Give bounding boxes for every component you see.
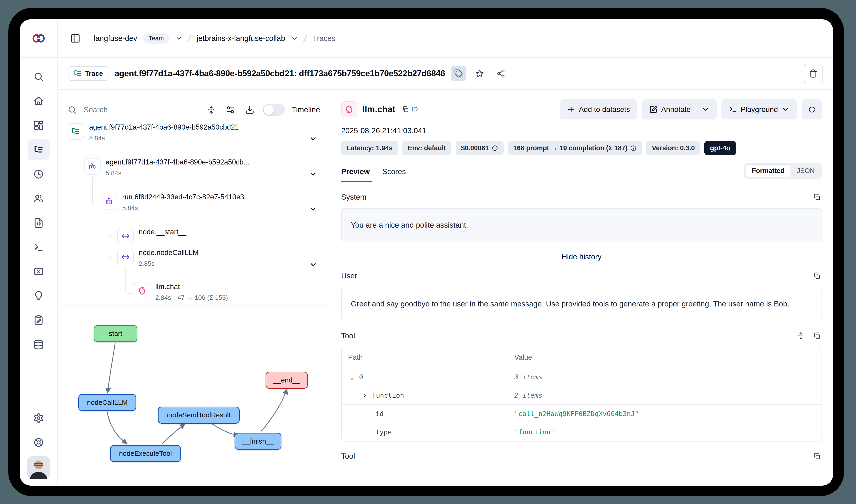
tree-row-agent[interactable]: agent.f9f77d1a-437f-4ba6-890e-b592a50cb.… xyxy=(84,158,249,177)
graph-node-callllm[interactable]: nodeCallLLM xyxy=(78,394,136,411)
button-divider xyxy=(696,103,696,115)
graph-node-sendtoolresult[interactable]: nodeSendToolResult xyxy=(158,407,239,424)
comments-button[interactable] xyxy=(802,99,822,120)
app-logo[interactable] xyxy=(20,19,58,57)
delete-trace-button[interactable] xyxy=(804,64,823,83)
table-row[interactable]: type "function" xyxy=(342,423,822,441)
sidebar-item-tracing[interactable] xyxy=(28,139,50,160)
sidebar-item-evaluators[interactable] xyxy=(28,285,50,306)
table-row[interactable]: ⌄0 3 items xyxy=(342,367,822,386)
square-pen-icon xyxy=(649,105,658,113)
graph-node-start[interactable]: __start__ xyxy=(94,325,137,342)
chevron-down-icon xyxy=(175,35,182,42)
download-button[interactable] xyxy=(244,104,256,116)
copy-tool-button[interactable] xyxy=(812,331,822,341)
tree-toolbar: Timeline xyxy=(64,98,323,122)
terminal-icon xyxy=(729,105,737,113)
tree-collapse-chevron[interactable] xyxy=(309,134,317,144)
tree-row-trace[interactable]: agent.f9f77d1a-437f-4ba6-890e-b592a50cbd… xyxy=(68,123,239,142)
annotate-button[interactable]: Annotate xyxy=(642,99,717,120)
tree-collapse-chevron[interactable] xyxy=(309,260,317,270)
timeline-toggle[interactable] xyxy=(263,104,285,116)
add-to-datasets-button[interactable]: Add to datasets xyxy=(560,99,637,120)
table-header-row: Path Value xyxy=(342,347,822,367)
langfuse-knot-logo-icon xyxy=(31,33,46,44)
favorite-button[interactable] xyxy=(472,66,487,81)
chevron-down-icon[interactable] xyxy=(701,105,710,113)
breadcrumb-resource[interactable]: jetbrains-x-langfuse-collab xyxy=(197,34,285,43)
tokens-badge[interactable]: 168 prompt → 19 completion (Σ 187) xyxy=(508,141,642,155)
breadcrumb-current-page[interactable]: Traces xyxy=(313,34,335,43)
tab-scores[interactable]: Scores xyxy=(382,167,407,182)
project-switcher-chevron[interactable] xyxy=(175,35,182,42)
copy-id-button[interactable]: ID xyxy=(402,106,418,113)
sidebar-item-settings[interactable] xyxy=(28,408,50,429)
sidebar-item-scores[interactable] xyxy=(28,261,50,282)
graph-node-finish[interactable]: __finish__ xyxy=(235,433,282,450)
copy-icon xyxy=(402,106,409,113)
app-window: langfuse-dev Team / jetbrains-x-langfuse… xyxy=(20,19,833,486)
copy-user-button[interactable] xyxy=(812,271,822,281)
json-key: id xyxy=(376,410,384,418)
tree-row-node-callllm[interactable]: node.nodeCallLLM2.85s xyxy=(117,249,198,267)
cost-label: $0.00061 xyxy=(461,144,489,152)
tree-row-llm-chat[interactable]: llm.chat 2.84s47 → 106 (Σ 153) xyxy=(134,283,228,301)
format-option-json[interactable]: JSON xyxy=(791,165,821,177)
format-option-formatted[interactable]: Formatted xyxy=(746,164,791,177)
collapse-row-chevron[interactable]: ⌄ xyxy=(348,373,356,381)
expand-rows-button[interactable] xyxy=(796,331,806,341)
graph-node-executetool[interactable]: nodeExecuteTool xyxy=(110,445,181,462)
search-icon xyxy=(68,105,77,114)
sidebar-toggle-button[interactable] xyxy=(68,31,83,46)
breadcrumb: langfuse-dev Team / jetbrains-x-langfuse… xyxy=(58,19,833,57)
breadcrumb-project[interactable]: langfuse-dev xyxy=(94,34,137,43)
copy-tool2-button[interactable] xyxy=(812,451,822,461)
add-to-datasets-label: Add to datasets xyxy=(579,105,630,114)
home-icon xyxy=(33,96,44,106)
resource-switcher-chevron[interactable] xyxy=(291,35,298,42)
sidebar-item-dashboards[interactable] xyxy=(28,115,50,136)
sidebar-item-sessions[interactable] xyxy=(28,164,50,185)
system-title: System xyxy=(341,193,367,201)
tree-collapse-chevron[interactable] xyxy=(309,205,317,214)
collapse-all-button[interactable] xyxy=(205,104,217,116)
toggle-knob xyxy=(264,105,274,115)
sidebar-item-users[interactable] xyxy=(28,188,50,209)
json-key: 0 xyxy=(359,373,363,381)
graph-node-end[interactable]: __end__ xyxy=(266,372,308,389)
expand-row-chevron[interactable]: › xyxy=(361,391,369,399)
version-badge: Version: 0.3.0 xyxy=(646,141,700,155)
sidebar-item-search[interactable] xyxy=(28,66,50,87)
copy-system-button[interactable] xyxy=(812,192,822,202)
trace-type-chip[interactable]: Trace xyxy=(68,66,108,81)
left-nav-rail xyxy=(20,58,58,486)
detail-scroll-area[interactable]: System You are a nice and polite assista… xyxy=(341,182,822,486)
tree-row-run[interactable]: run.6f8d2449-33ed-4c7c-82e7-5410e3...5.8… xyxy=(101,193,250,212)
playground-button[interactable]: Playground xyxy=(721,99,797,120)
tag-icon xyxy=(454,69,463,78)
tree-row-node-start[interactable]: node.__start__ xyxy=(117,228,186,245)
search-icon xyxy=(33,71,44,82)
user-avatar[interactable] xyxy=(27,456,50,479)
tree-settings-button[interactable] xyxy=(224,104,237,116)
tab-preview[interactable]: Preview xyxy=(341,167,371,182)
sidebar-item-home[interactable] xyxy=(28,90,50,112)
tree-row-tokens: 47 → 106 (Σ 153) xyxy=(178,294,228,301)
info-icon xyxy=(630,145,637,151)
tree-search-input[interactable] xyxy=(84,105,198,114)
share-button[interactable] xyxy=(493,66,509,81)
sidebar-item-datasets[interactable] xyxy=(28,334,50,355)
table-row[interactable]: id "call_n2HaWg9KFP0BZDqXv6G4b3nJ" xyxy=(342,404,822,423)
sidebar-item-prompts[interactable] xyxy=(28,212,50,233)
sidebar-item-playground[interactable] xyxy=(28,237,50,258)
trace-tree-icon xyxy=(68,123,84,140)
tag-button[interactable] xyxy=(451,66,466,81)
model-badge[interactable]: gpt-4o xyxy=(705,141,736,155)
cost-badge[interactable]: $0.00061 xyxy=(456,141,504,155)
sliders-icon xyxy=(226,105,235,114)
table-row[interactable]: ›function 2 items xyxy=(342,386,822,404)
sidebar-item-annotation-queues[interactable] xyxy=(28,310,50,331)
tree-collapse-chevron[interactable] xyxy=(309,170,317,179)
sidebar-item-support[interactable] xyxy=(28,432,50,453)
hide-history-button[interactable]: Hide history xyxy=(341,252,822,261)
